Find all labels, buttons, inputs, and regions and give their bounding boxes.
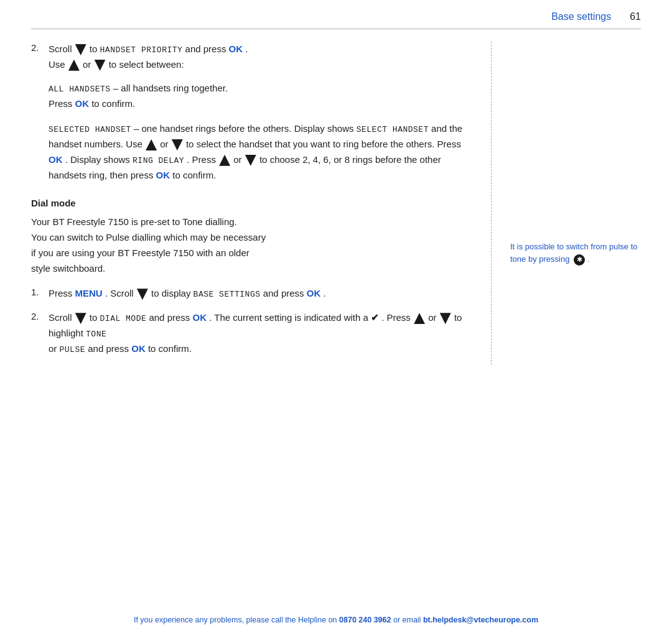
dial-intro-line1: Your BT Freestyle 7150 is pre-set to Ton… bbox=[31, 216, 237, 227]
arrow-down-icon bbox=[75, 44, 86, 55]
scroll-text: Scroll bbox=[49, 44, 75, 54]
arrow-up-icon-2 bbox=[146, 139, 157, 150]
all-handsets-para: ALL HANDSETS – all handsets ring togethe… bbox=[49, 81, 472, 112]
ring-delay-mono: RING DELAY bbox=[133, 156, 184, 165]
selected-handset-desc5: . Press bbox=[187, 154, 218, 165]
footer-text: If you experience any problems, please c… bbox=[31, 616, 641, 624]
header-title: Base settings bbox=[551, 11, 611, 22]
ok-all-handsets: OK bbox=[75, 98, 90, 109]
dial-intro-line2: You can switch to Pulse dialling which m… bbox=[31, 232, 266, 243]
page-container: Base settings 61 2. Scroll to HANDSET PR… bbox=[0, 0, 672, 633]
ok-button-text: OK bbox=[229, 44, 243, 54]
pulse-mono: PULSE bbox=[60, 345, 86, 354]
arrow-down-icon-3 bbox=[172, 139, 183, 150]
ok-step2-1: OK bbox=[192, 312, 207, 323]
scroll-text-2: . Scroll bbox=[105, 288, 136, 298]
arrow-down-icon-2 bbox=[95, 60, 106, 71]
page-number: 61 bbox=[630, 11, 641, 22]
ok-step1: OK bbox=[307, 288, 321, 298]
ok-selected-1: OK bbox=[49, 154, 63, 165]
dial-step-num-2: 2. bbox=[31, 310, 49, 321]
selected-handset-mono: SELECTED HANDSET bbox=[49, 125, 131, 134]
main-column: 2. Scroll to HANDSET PRIORITY and press … bbox=[31, 42, 492, 365]
step2-handset-priority-content: Scroll to HANDSET PRIORITY and press OK … bbox=[49, 42, 472, 72]
scroll-text-3: Scroll bbox=[49, 312, 75, 323]
or-text-3: or bbox=[233, 154, 245, 165]
period-2: . bbox=[323, 288, 325, 298]
checkmark-icon: ✔ bbox=[371, 312, 379, 323]
dial-intro-line4: style switchboard. bbox=[31, 263, 105, 274]
use-text: Use bbox=[49, 59, 68, 70]
press-text: Press bbox=[49, 98, 75, 109]
arrow-down-icon-7 bbox=[440, 313, 451, 324]
dial-mode-step2-content: Scroll to DIAL MODE and press OK . The c… bbox=[49, 310, 472, 356]
to-confirm-text: to confirm. bbox=[91, 98, 135, 109]
press-text-3: . Press bbox=[381, 312, 413, 323]
dial-mode-heading: Dial mode bbox=[31, 198, 472, 208]
base-settings-mono: BASE SETTINGS bbox=[194, 290, 261, 299]
side-column: It is possible to switch from pulse to t… bbox=[492, 42, 641, 365]
and-press-text: and press bbox=[185, 44, 229, 54]
to-text: to bbox=[90, 44, 100, 54]
handset-priority-mono: HANDSET PRIORITY bbox=[100, 45, 183, 55]
dial-mode-step1-content: Press MENU . Scroll to display BASE SETT… bbox=[49, 286, 472, 302]
side-note: It is possible to switch from pulse to t… bbox=[510, 241, 641, 266]
period: . bbox=[245, 44, 248, 54]
dial-step-num-1: 1. bbox=[31, 286, 49, 297]
arrow-up-icon-3 bbox=[219, 155, 230, 166]
to-text-2: to bbox=[90, 312, 100, 323]
arrow-down-icon-6 bbox=[75, 313, 86, 324]
selected-handset-desc3: to select the handset that you want to r… bbox=[186, 139, 461, 149]
arrow-down-icon-4 bbox=[245, 155, 256, 166]
all-handsets-mono: ALL HANDSETS bbox=[49, 85, 111, 94]
all-handsets-desc: – all handsets ring together. bbox=[113, 83, 228, 93]
selected-handset-para: SELECTED HANDSET – one handset rings bef… bbox=[49, 121, 472, 183]
footer-email: bt.helpdesk@vtecheurope.com bbox=[423, 616, 538, 624]
to-display-text: to display bbox=[151, 288, 194, 298]
arrow-up-icon-4 bbox=[414, 313, 425, 324]
header: Base settings 61 bbox=[0, 0, 672, 29]
and-press-text-3: and press bbox=[149, 312, 192, 323]
or-text-4: or bbox=[428, 312, 439, 323]
and-press-text-2: and press bbox=[263, 288, 307, 298]
menu-text: MENU bbox=[75, 288, 103, 298]
arrow-up-icon-1 bbox=[68, 60, 80, 71]
side-note-end: . bbox=[587, 254, 590, 264]
dial-mode-intro: Your BT Freestyle 7150 is pre-set to Ton… bbox=[31, 215, 472, 276]
dial-mode-step2: 2. Scroll to DIAL MODE and press OK . Th… bbox=[31, 310, 472, 356]
star-icon bbox=[574, 254, 585, 266]
current-setting-text: . The current setting is indicated with … bbox=[209, 312, 371, 323]
dial-mode-mono: DIAL MODE bbox=[100, 314, 147, 323]
ok-step2-2: OK bbox=[131, 343, 146, 354]
to-confirm-text-2: to confirm. bbox=[148, 343, 192, 354]
and-press-confirm-text: and press bbox=[88, 343, 131, 354]
footer: If you experience any problems, please c… bbox=[0, 607, 672, 633]
or-text-5: or bbox=[49, 343, 60, 354]
press-text-2: Press bbox=[49, 288, 75, 298]
dial-mode-step1: 1. Press MENU . Scroll to display BASE S… bbox=[31, 286, 472, 302]
content-wrapper: 2. Scroll to HANDSET PRIORITY and press … bbox=[0, 42, 672, 365]
ok-selected-2: OK bbox=[156, 170, 170, 180]
or-text-1: or bbox=[83, 59, 94, 70]
select-handset-mono: SELECT HANDSET bbox=[357, 125, 429, 134]
step2-handset-priority: 2. Scroll to HANDSET PRIORITY and press … bbox=[31, 42, 472, 72]
footer-phone: 0870 240 3962 bbox=[339, 616, 391, 624]
footer-or-text: or email bbox=[393, 616, 421, 624]
selected-handset-desc1: – one handset rings before the others. D… bbox=[134, 123, 357, 134]
arrow-down-icon-5 bbox=[137, 289, 148, 300]
selected-handset-desc4: . Display shows bbox=[65, 154, 133, 165]
step-num-2: 2. bbox=[31, 42, 49, 53]
footer-plain-text: If you experience any problems, please c… bbox=[134, 616, 337, 624]
to-select-text: to select between: bbox=[109, 59, 184, 70]
tone-mono: TONE bbox=[86, 330, 106, 339]
or-text-2: or bbox=[160, 139, 171, 149]
header-divider bbox=[31, 29, 641, 29]
dial-intro-line3: if you are using your BT Freestyle 7150 … bbox=[31, 247, 250, 258]
selected-handset-desc7: to confirm. bbox=[172, 170, 216, 180]
